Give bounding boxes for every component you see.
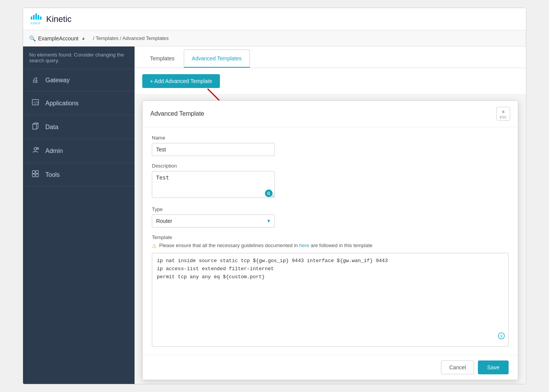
- cisco-bar-1: [31, 17, 32, 20]
- template-resize-icon: G: [497, 332, 505, 344]
- sidebar-label-admin: Admin: [45, 148, 63, 154]
- gateway-icon: 🖨: [31, 76, 40, 84]
- sidebar-item-gateway[interactable]: 🖨 Gateway: [23, 69, 135, 91]
- sidebar-label-tools: Tools: [45, 171, 60, 178]
- sidebar-item-applications[interactable]: </> Applications: [23, 91, 135, 115]
- type-select-wrapper: Router Switch Firewall ▼: [152, 214, 275, 228]
- template-code-empty-space: [157, 281, 504, 342]
- modal-footer: Cancel Save: [143, 355, 518, 380]
- sidebar-label-data: Data: [45, 124, 58, 131]
- cisco-bar-2: [33, 15, 35, 20]
- app-title: Kinetic: [46, 14, 72, 24]
- content-area: No elements found. Consider changing the…: [23, 47, 526, 384]
- svg-rect-7: [32, 174, 35, 177]
- logo-area: cisco Kinetic: [31, 13, 72, 25]
- save-button[interactable]: Save: [478, 360, 509, 374]
- account-bar: 🔍 ExampleAccount ▲ / Templates / Advance…: [23, 30, 526, 47]
- tools-icon: [31, 170, 40, 179]
- name-input[interactable]: [152, 143, 275, 156]
- close-x-icon: ×: [502, 109, 505, 115]
- template-code-line3: permit tcp any any eq ${custom.port}: [157, 273, 504, 281]
- svg-text:G: G: [500, 334, 502, 339]
- warning-icon: ⚠: [152, 243, 157, 249]
- modal-close-button[interactable]: × ESC: [496, 107, 510, 121]
- template-code-line2: ip access-list extended filter-internet: [157, 265, 504, 273]
- search-icon: 🔍: [29, 35, 36, 42]
- svg-text:⚙: ⚙: [37, 147, 39, 150]
- cancel-button[interactable]: Cancel: [441, 360, 474, 374]
- cisco-logo: cisco: [31, 13, 42, 25]
- name-form-group: Name: [152, 135, 509, 156]
- sidebar-label-applications: Applications: [45, 100, 78, 107]
- sidebar-label-gateway: Gateway: [45, 77, 70, 84]
- account-arrow-icon[interactable]: ▲: [82, 36, 85, 40]
- template-code-area[interactable]: ip nat inside source static tcp ${gw.gos…: [152, 253, 509, 347]
- warning-text: Please ensure that all the necessary gui…: [159, 243, 373, 248]
- type-select[interactable]: Router Switch Firewall: [152, 214, 275, 228]
- modal-header: Advanced Template × ESC: [143, 101, 518, 127]
- modal-dialog: Advanced Template × ESC Name: [142, 100, 518, 380]
- description-form-group: Description Test G: [152, 163, 509, 199]
- description-label: Description: [152, 163, 509, 169]
- data-icon: [31, 122, 40, 132]
- main-content: Templates Advanced Templates + Add Advan…: [135, 47, 526, 384]
- modal-body: Name Description Test G: [143, 127, 518, 355]
- cisco-text: cisco: [31, 21, 42, 25]
- cisco-bar-3: [35, 13, 37, 20]
- modal-title: Advanced Template: [150, 110, 204, 117]
- modal-overlay: Advanced Template × ESC Name: [135, 70, 526, 384]
- sidebar-item-data[interactable]: Data: [23, 115, 135, 139]
- template-code-line1: ip nat inside source static tcp ${gw.gos…: [157, 257, 504, 265]
- admin-icon: ⚙: [31, 146, 40, 156]
- close-esc-label: ESC: [500, 115, 507, 119]
- sidebar-item-tools[interactable]: Tools: [23, 163, 135, 187]
- sidebar-search-notice: No elements found. Consider changing the…: [23, 47, 135, 69]
- template-form-group: Template ⚠ Please ensure that all the ne…: [152, 234, 509, 347]
- description-input[interactable]: Test: [152, 171, 275, 198]
- tabs-area: Templates Advanced Templates: [135, 47, 526, 68]
- svg-text:</>: </>: [33, 101, 38, 105]
- tab-advanced-templates[interactable]: Advanced Templates: [184, 50, 250, 68]
- warning-link[interactable]: here: [299, 243, 309, 248]
- sidebar-item-admin[interactable]: ⚙ Admin: [23, 139, 135, 163]
- svg-rect-5: [32, 171, 35, 173]
- breadcrumb: / Templates / Advanced Templates: [93, 35, 169, 41]
- description-ai-icon: G: [265, 189, 273, 197]
- type-label: Type: [152, 206, 509, 212]
- top-header: cisco Kinetic: [23, 8, 526, 30]
- svg-rect-6: [36, 171, 38, 173]
- applications-icon: </>: [31, 98, 40, 108]
- description-textarea-wrapper: Test G: [152, 171, 275, 199]
- sidebar: No elements found. Consider changing the…: [23, 47, 135, 384]
- main-container: cisco Kinetic 🔍 ExampleAccount ▲ / Templ…: [23, 8, 526, 384]
- cisco-bar-5: [40, 17, 42, 20]
- account-name[interactable]: ExampleAccount: [38, 35, 78, 42]
- svg-rect-8: [36, 174, 38, 177]
- cisco-bar-4: [38, 15, 39, 20]
- name-label: Name: [152, 135, 509, 141]
- template-warning: ⚠ Please ensure that all the necessary g…: [152, 243, 509, 249]
- template-label: Template: [152, 234, 509, 240]
- type-form-group: Type Router Switch Firewall ▼: [152, 206, 509, 228]
- cisco-bars: [31, 13, 42, 20]
- tab-templates[interactable]: Templates: [142, 50, 182, 68]
